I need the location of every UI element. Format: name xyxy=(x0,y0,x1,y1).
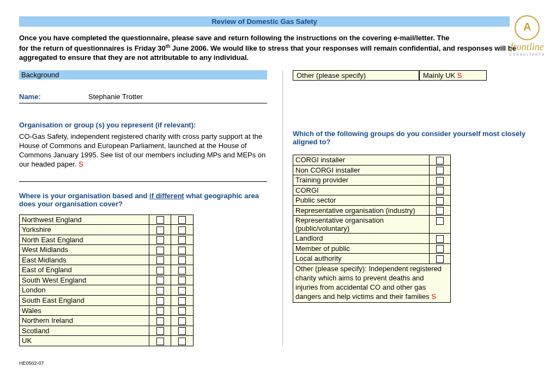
group-label: CORGI installer xyxy=(293,155,430,165)
checkbox[interactable] xyxy=(178,236,186,244)
checkbox[interactable] xyxy=(156,256,164,264)
region-label: West Midlands xyxy=(20,245,149,255)
alignment-question: Which of the following groups do you con… xyxy=(293,130,533,146)
checkbox[interactable] xyxy=(436,197,444,205)
table-row: North East England xyxy=(20,235,194,245)
checkbox[interactable] xyxy=(436,207,444,215)
checkbox[interactable] xyxy=(178,287,186,295)
checkbox[interactable] xyxy=(436,245,444,253)
checkbox[interactable] xyxy=(178,216,186,224)
intro-text: Once you have completed the questionnair… xyxy=(19,33,521,63)
table-row: CORGI installer xyxy=(293,155,451,165)
region-label: Scotland xyxy=(20,326,149,336)
checkbox[interactable] xyxy=(436,157,444,164)
checkbox[interactable] xyxy=(156,247,164,254)
checkbox[interactable] xyxy=(178,277,186,284)
checkbox[interactable] xyxy=(156,287,164,295)
group-label: Non CORGI installer xyxy=(293,165,430,175)
table-row: Landlord xyxy=(293,234,451,244)
checkbox[interactable] xyxy=(156,327,164,335)
organisation-question: Organisation or group (s) you represent … xyxy=(19,121,267,129)
brand-logo: frontline CONSULTANTS xyxy=(509,15,545,56)
table-row: Representative organisation (industry) xyxy=(293,205,451,216)
region-label: Yorkshire xyxy=(20,225,149,235)
organisation-answer: CO-Gas Safety, independent registered ch… xyxy=(19,132,267,169)
table-row: East of England xyxy=(20,265,194,275)
checkbox[interactable] xyxy=(156,226,164,234)
table-row: UK xyxy=(20,336,194,346)
table-row: Member of public xyxy=(293,243,451,254)
checkbox[interactable] xyxy=(156,297,164,305)
region-label: East of England xyxy=(20,265,149,275)
region-label: UK xyxy=(20,336,149,346)
checkbox[interactable] xyxy=(436,217,444,225)
footer-code: HE0502-07 xyxy=(19,360,537,366)
group-label: Public sector xyxy=(293,195,430,206)
checkbox[interactable] xyxy=(436,187,444,194)
table-row: Public sector xyxy=(293,195,451,206)
checkbox[interactable] xyxy=(178,338,186,345)
table-row: South East England xyxy=(20,296,194,306)
checkbox[interactable] xyxy=(178,267,186,274)
table-row: Other (please specify): Independent regi… xyxy=(293,264,451,303)
table-row: Scotland xyxy=(20,326,194,336)
group-label: Training provider xyxy=(293,175,430,186)
checkbox[interactable] xyxy=(178,247,186,254)
checkbox[interactable] xyxy=(156,307,164,315)
table-row: Wales xyxy=(20,305,194,316)
checkbox[interactable] xyxy=(156,317,164,325)
table-row: West Midlands xyxy=(20,245,194,255)
group-label: Landlord xyxy=(293,234,430,244)
table-row: Local authority xyxy=(293,254,451,264)
table-row: London xyxy=(20,285,194,296)
background-heading: Background xyxy=(19,70,267,79)
table-row: CORGI xyxy=(293,185,451,195)
name-value: Stephanie Trotter xyxy=(88,93,143,101)
checkbox[interactable] xyxy=(156,267,164,274)
table-row: Yorkshire xyxy=(20,225,194,235)
checkbox[interactable] xyxy=(156,338,164,345)
checkbox[interactable] xyxy=(156,236,164,244)
table-row: Representative organisation (public/volu… xyxy=(293,216,451,234)
region-label: London xyxy=(20,285,149,296)
group-label: Member of public xyxy=(293,243,430,254)
region-label: South West England xyxy=(20,275,149,285)
region-label: Wales xyxy=(20,305,149,316)
region-label: Northern Ireland xyxy=(20,316,149,326)
checkbox[interactable] xyxy=(436,167,444,174)
region-label: Northwest England xyxy=(20,215,149,225)
checkbox[interactable] xyxy=(178,327,186,335)
table-row: South West England xyxy=(20,275,194,285)
checkbox[interactable] xyxy=(156,277,164,284)
group-label: Local authority xyxy=(293,254,430,264)
region-label: North East England xyxy=(20,235,149,245)
group-label: Representative organisation (industry) xyxy=(293,205,430,216)
checkbox[interactable] xyxy=(178,297,186,305)
region-label: South East England xyxy=(20,296,149,306)
other-specify-row: Other (please specify) Mainly UK S xyxy=(293,70,533,81)
checkbox[interactable] xyxy=(178,256,186,264)
table-row: East Midlands xyxy=(20,255,194,265)
table-row: Northern Ireland xyxy=(20,316,194,326)
group-label: CORGI xyxy=(293,185,430,195)
table-row: Northwest England xyxy=(20,215,194,225)
page-title: Review of Domestic Gas Safety xyxy=(19,16,510,27)
groups-table: CORGI installerNon CORGI installerTraini… xyxy=(293,155,451,303)
checkbox[interactable] xyxy=(156,216,164,224)
checkbox[interactable] xyxy=(178,226,186,234)
name-label: Name: xyxy=(19,93,41,101)
table-row: Non CORGI installer xyxy=(293,165,451,175)
group-other: Other (please specify): Independent regi… xyxy=(293,264,451,303)
checkbox[interactable] xyxy=(436,235,444,243)
geography-question: Where is your organisation based and if … xyxy=(19,192,267,208)
regions-table: Northwest EnglandYorkshireNorth East Eng… xyxy=(19,215,194,346)
region-label: East Midlands xyxy=(20,255,149,265)
checkbox[interactable] xyxy=(178,317,186,325)
group-label: Representative organisation (public/volu… xyxy=(293,216,430,234)
checkbox[interactable] xyxy=(178,307,186,315)
checkbox[interactable] xyxy=(436,177,444,185)
checkbox[interactable] xyxy=(436,255,444,263)
table-row: Training provider xyxy=(293,175,451,186)
